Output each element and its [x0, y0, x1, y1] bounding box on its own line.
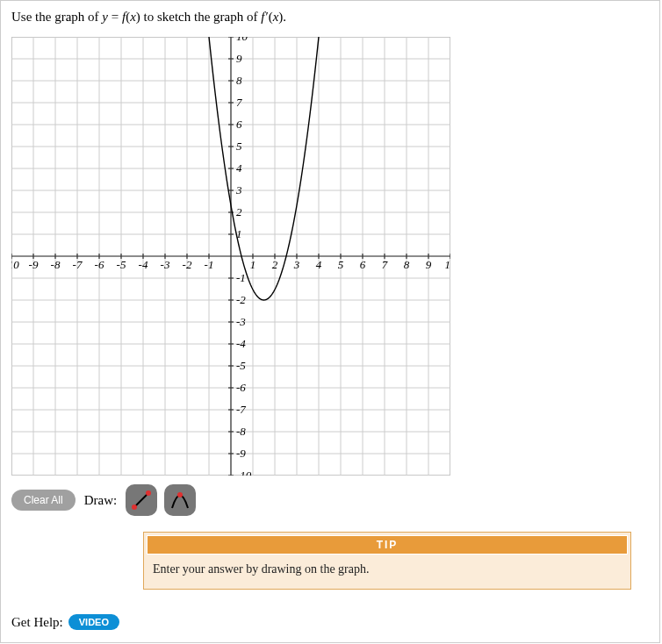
- svg-text:8: 8: [236, 74, 242, 87]
- help-label: Get Help:: [11, 615, 63, 630]
- svg-text:-8: -8: [236, 425, 246, 438]
- svg-text:-8: -8: [51, 258, 61, 271]
- svg-text:6: 6: [236, 118, 242, 131]
- tip-body: Enter your answer by drawing on the grap…: [144, 557, 630, 589]
- svg-line-125: [134, 493, 148, 507]
- svg-text:3: 3: [293, 258, 300, 271]
- svg-text:-3: -3: [161, 258, 170, 271]
- svg-point-128: [177, 492, 183, 497]
- svg-text:-4: -4: [236, 337, 246, 350]
- question-text: Use the graph of y = f(x) to sketch the …: [11, 10, 649, 25]
- svg-text:10: 10: [445, 258, 451, 271]
- svg-text:-6: -6: [236, 381, 246, 394]
- line-tool-button[interactable]: [126, 484, 157, 516]
- svg-text:-5: -5: [236, 359, 246, 372]
- question-panel: Use the graph of y = f(x) to sketch the …: [0, 0, 660, 643]
- svg-text:-2: -2: [236, 293, 246, 306]
- svg-text:5: 5: [338, 258, 344, 271]
- svg-text:9: 9: [236, 52, 242, 65]
- draw-label: Draw:: [84, 493, 118, 508]
- tip-box: TIP Enter your answer by drawing on the …: [143, 532, 631, 590]
- svg-text:-7: -7: [236, 403, 246, 416]
- svg-text:-7: -7: [73, 258, 83, 271]
- svg-text:6: 6: [360, 258, 366, 271]
- svg-point-127: [146, 490, 151, 496]
- video-button[interactable]: VIDEO: [68, 614, 119, 630]
- parabola-tool-icon: [168, 488, 192, 512]
- svg-text:2: 2: [272, 258, 278, 271]
- parabola-tool-button[interactable]: [164, 484, 196, 516]
- svg-text:-6: -6: [95, 258, 104, 271]
- svg-text:-10: -10: [11, 258, 19, 271]
- svg-text:1: 1: [250, 258, 256, 271]
- svg-text:-2: -2: [183, 258, 192, 271]
- svg-text:4: 4: [236, 161, 242, 175]
- svg-text:-5: -5: [117, 258, 126, 271]
- svg-text:3: 3: [235, 183, 242, 197]
- svg-text:-4: -4: [139, 258, 148, 271]
- svg-text:9: 9: [426, 258, 432, 271]
- svg-text:7: 7: [382, 258, 388, 271]
- svg-text:8: 8: [404, 258, 410, 271]
- svg-text:2: 2: [236, 205, 242, 218]
- graph-canvas[interactable]: -10-9-8-7-6-5-4-3-2-112345678910-10-9-8-…: [11, 37, 450, 476]
- svg-text:4: 4: [316, 258, 322, 271]
- svg-text:10: 10: [236, 37, 248, 43]
- svg-text:-9: -9: [236, 447, 246, 460]
- line-tool-icon: [129, 488, 154, 512]
- svg-text:-9: -9: [29, 258, 39, 271]
- svg-text:7: 7: [236, 96, 242, 109]
- help-row: Get Help: VIDEO: [11, 614, 649, 630]
- tools-row: Clear All Draw:: [11, 484, 649, 516]
- tip-header: TIP: [147, 535, 628, 555]
- clear-all-button[interactable]: Clear All: [11, 490, 76, 511]
- svg-text:-1: -1: [236, 271, 246, 284]
- svg-text:-1: -1: [205, 258, 214, 271]
- svg-text:5: 5: [236, 140, 242, 153]
- svg-point-126: [132, 504, 137, 510]
- svg-text:-3: -3: [236, 315, 246, 328]
- svg-text:-10: -10: [236, 469, 252, 476]
